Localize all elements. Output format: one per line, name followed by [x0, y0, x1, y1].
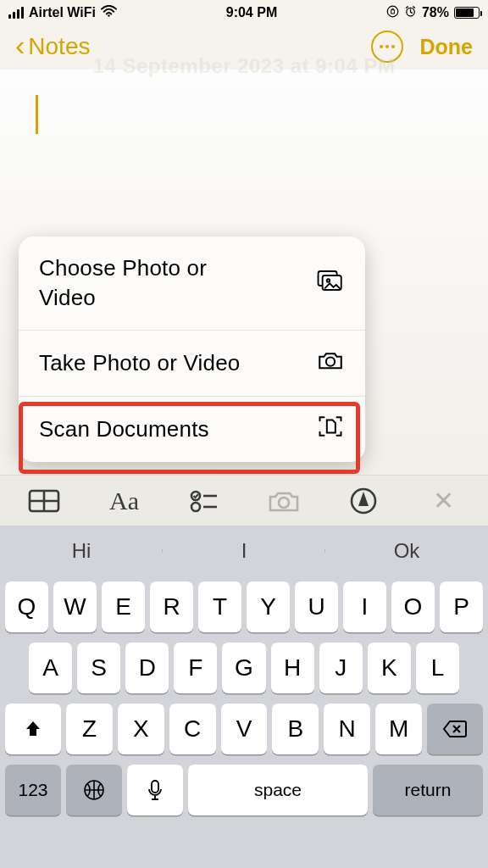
key-i[interactable]: I — [343, 581, 386, 632]
wifi-icon — [101, 5, 117, 20]
prediction-1[interactable]: Hi — [0, 539, 163, 563]
key-q[interactable]: Q — [5, 581, 48, 632]
checklist-button[interactable] — [175, 488, 234, 514]
key-l[interactable]: L — [416, 643, 459, 693]
key-row-1: QWERTYUIOP — [5, 581, 483, 632]
key-x[interactable]: X — [118, 704, 164, 754]
svg-rect-13 — [152, 781, 158, 793]
signal-bars-icon — [8, 7, 24, 19]
key-f[interactable]: F — [174, 643, 217, 693]
key-d[interactable]: D — [125, 643, 169, 693]
camera-icon — [316, 348, 345, 379]
svg-point-9 — [191, 503, 200, 511]
key-k[interactable]: K — [368, 643, 411, 693]
key-w[interactable]: W — [53, 581, 97, 632]
key-a[interactable]: A — [29, 643, 72, 693]
carrier-label: Airtel WiFi — [29, 5, 96, 20]
numbers-key[interactable]: 123 — [5, 765, 61, 815]
table-button[interactable] — [14, 488, 74, 514]
key-r[interactable]: R — [150, 581, 193, 632]
markup-button[interactable] — [334, 487, 393, 515]
space-key[interactable]: space — [188, 765, 368, 815]
key-v[interactable]: V — [221, 704, 268, 754]
svg-point-1 — [387, 6, 398, 17]
key-row-3: ZXCVBNM — [5, 704, 483, 754]
battery-icon — [454, 7, 480, 19]
key-u[interactable]: U — [295, 581, 338, 632]
attachment-menu: Choose Photo or Video Take Photo or Vide… — [19, 236, 365, 462]
keyboard: Hi I Ok QWERTYUIOP ASDFGHJKL ZXCVBNM 123… — [0, 526, 488, 868]
globe-key[interactable] — [66, 765, 122, 815]
key-j[interactable]: J — [319, 643, 363, 693]
return-key[interactable]: return — [373, 765, 483, 815]
text-cursor — [36, 95, 38, 134]
dictation-key[interactable] — [127, 765, 183, 815]
camera-toolbar-button[interactable] — [254, 488, 313, 514]
key-y[interactable]: Y — [247, 581, 290, 632]
key-c[interactable]: C — [169, 704, 216, 754]
status-time: 9:04 PM — [226, 5, 277, 20]
key-h[interactable]: H — [271, 643, 314, 693]
svg-point-6 — [326, 358, 335, 366]
svg-point-10 — [279, 498, 289, 508]
key-z[interactable]: Z — [66, 704, 113, 754]
close-toolbar-button[interactable]: ✕ — [414, 486, 474, 515]
menu-take-photo[interactable]: Take Photo or Video — [19, 331, 365, 397]
key-o[interactable]: O — [391, 581, 435, 632]
svg-point-0 — [108, 14, 109, 16]
backspace-key[interactable] — [427, 704, 483, 754]
status-bar: Airtel WiFi 9:04 PM 78% — [0, 0, 488, 24]
key-t[interactable]: T — [198, 581, 241, 632]
prediction-bar: Hi I Ok — [0, 526, 488, 576]
key-m[interactable]: M — [375, 704, 422, 754]
menu-choose-photo[interactable]: Choose Photo or Video — [19, 236, 365, 331]
shift-key[interactable] — [5, 704, 61, 754]
prediction-3[interactable]: Ok — [325, 539, 488, 563]
key-n[interactable]: N — [324, 704, 370, 754]
key-p[interactable]: P — [440, 581, 483, 632]
scan-document-icon — [316, 414, 345, 445]
key-g[interactable]: G — [222, 643, 265, 693]
key-e[interactable]: E — [102, 581, 145, 632]
orientation-lock-icon — [386, 5, 399, 21]
key-s[interactable]: S — [77, 643, 120, 693]
photo-library-icon — [316, 268, 345, 299]
note-date-label: 14 September 2023 at 9:04 PM — [0, 54, 488, 78]
key-row-2: ASDFGHJKL — [5, 643, 483, 693]
key-row-4: 123 space return — [5, 765, 483, 815]
alarm-icon — [404, 5, 417, 21]
text-format-button[interactable]: Aa — [94, 487, 153, 515]
battery-percent: 78% — [422, 5, 449, 20]
notes-toolbar: Aa ✕ — [0, 475, 488, 526]
prediction-2[interactable]: I — [163, 539, 325, 563]
key-b[interactable]: B — [272, 704, 319, 754]
menu-scan-documents[interactable]: Scan Documents — [19, 397, 365, 462]
